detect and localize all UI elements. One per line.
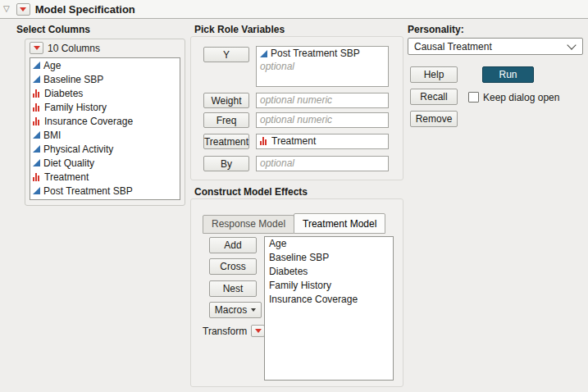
treatment-role-button[interactable]: Treatment <box>203 134 249 149</box>
y-drop-zone[interactable]: Post Treatment SBP optional <box>256 46 389 87</box>
model-specification-dialog: ▽ Model Specification Select Columns 10 … <box>0 0 588 392</box>
run-button[interactable]: Run <box>482 66 534 83</box>
column-label: Physical Activity <box>43 144 113 155</box>
column-label: Baseline SBP <box>43 74 103 85</box>
column-item[interactable]: Baseline SBP <box>30 72 180 86</box>
continuous-icon <box>33 159 40 166</box>
transform-label: Transform <box>203 326 247 337</box>
y-value: Post Treatment SBP <box>271 48 360 59</box>
nest-button[interactable]: Nest <box>209 280 257 297</box>
continuous-icon <box>33 62 40 69</box>
transform-row: Transform <box>203 325 265 337</box>
header: ▽ Model Specification <box>0 0 588 19</box>
weight-drop-zone[interactable]: optional numeric <box>256 93 389 108</box>
cross-button[interactable]: Cross <box>209 258 257 275</box>
nominal-icon <box>33 173 41 181</box>
tab-treatment-model[interactable]: Treatment Model <box>294 213 385 234</box>
page-title: Model Specification <box>35 3 135 16</box>
help-button[interactable]: Help <box>410 66 458 83</box>
add-button[interactable]: Add <box>209 237 257 253</box>
y-value-row[interactable]: Post Treatment SBP <box>257 47 388 60</box>
nominal-icon <box>33 103 41 112</box>
column-item[interactable]: Family History <box>30 100 180 114</box>
continuous-icon <box>33 131 40 139</box>
freq-drop-zone[interactable]: optional numeric <box>256 112 389 128</box>
y-placeholder: optional <box>260 61 294 72</box>
freq-role-button[interactable]: Freq <box>203 112 249 128</box>
nominal-icon <box>260 137 268 145</box>
column-label: Treatment <box>44 171 89 183</box>
weight-placeholder: optional numeric <box>260 94 332 106</box>
column-item[interactable]: Post Treatment SBP <box>30 184 180 198</box>
personality-select[interactable]: Causal Treatment <box>408 38 583 55</box>
continuous-icon <box>33 145 40 153</box>
macros-button[interactable]: Macros <box>209 302 262 318</box>
continuous-icon <box>33 187 40 194</box>
continuous-icon <box>33 75 40 83</box>
y-role-button[interactable]: Y <box>203 47 249 62</box>
effect-item[interactable]: Baseline SBP <box>265 251 393 265</box>
personality-value: Causal Treatment <box>408 41 568 52</box>
recall-button[interactable]: Recall <box>410 89 458 105</box>
column-item[interactable]: Treatment <box>30 170 180 184</box>
by-drop-zone[interactable]: optional <box>256 156 389 171</box>
column-label: BMI <box>43 130 61 141</box>
model-tabs: Response Model Treatment Model <box>203 213 385 234</box>
column-label: Diabetes <box>44 88 83 99</box>
column-label: Age <box>43 60 61 71</box>
dropdown-arrow-icon <box>251 308 256 312</box>
effects-list: Age Baseline SBP Diabetes Family History… <box>264 236 394 381</box>
continuous-icon <box>260 50 267 57</box>
effect-item[interactable]: Family History <box>265 279 393 293</box>
columns-header: 10 Columns <box>25 39 185 56</box>
treatment-value: Treatment <box>271 135 316 147</box>
column-item[interactable]: Diabetes <box>30 86 180 100</box>
columns-red-triangle-icon[interactable] <box>30 42 43 54</box>
treatment-drop-zone[interactable]: Treatment <box>256 134 389 149</box>
column-label: Family History <box>44 102 107 113</box>
pick-roles-label: Pick Role Variables <box>194 24 285 35</box>
treatment-value-row[interactable]: Treatment <box>257 134 388 148</box>
column-item[interactable]: Age <box>30 58 180 72</box>
effect-item[interactable]: Insurance Coverage <box>265 293 393 307</box>
columns-list: Age Baseline SBP Diabetes Family History… <box>30 57 180 200</box>
weight-role-button[interactable]: Weight <box>203 93 249 108</box>
red-triangle-menu-icon[interactable] <box>16 3 30 16</box>
column-label: Diet Quality <box>43 157 94 169</box>
column-item[interactable]: Diet Quality <box>30 156 180 170</box>
chevron-down-icon <box>567 40 576 49</box>
freq-placeholder: optional numeric <box>260 114 332 125</box>
column-label: Insurance Coverage <box>44 116 133 127</box>
effect-item[interactable]: Age <box>265 237 393 251</box>
column-item[interactable]: Insurance Coverage <box>30 114 180 128</box>
select-columns-box: 10 Columns Age Baseline SBP Diabetes Fam… <box>25 39 185 206</box>
column-item[interactable]: BMI <box>30 128 180 142</box>
tab-response-model[interactable]: Response Model <box>203 215 294 234</box>
keep-dialog-open-label: Keep dialog open <box>483 92 559 103</box>
remove-button[interactable]: Remove <box>410 111 458 127</box>
columns-count-label: 10 Columns <box>48 43 100 54</box>
by-placeholder: optional <box>260 157 294 169</box>
effect-item[interactable]: Diabetes <box>265 265 393 279</box>
nominal-icon <box>33 117 41 125</box>
outline-disclosure-icon[interactable]: ▽ <box>3 5 10 13</box>
column-item[interactable]: Physical Activity <box>30 142 180 156</box>
by-role-button[interactable]: By <box>203 156 249 171</box>
keep-dialog-open-checkbox[interactable] <box>468 92 479 103</box>
nominal-icon <box>33 89 41 98</box>
column-label: Post Treatment SBP <box>43 185 133 197</box>
macros-label: Macros <box>215 304 247 316</box>
transform-red-triangle-icon[interactable] <box>251 325 265 337</box>
select-columns-label: Select Columns <box>16 24 90 35</box>
personality-label: Personality: <box>408 24 464 35</box>
construct-effects-label: Construct Model Effects <box>194 186 308 198</box>
